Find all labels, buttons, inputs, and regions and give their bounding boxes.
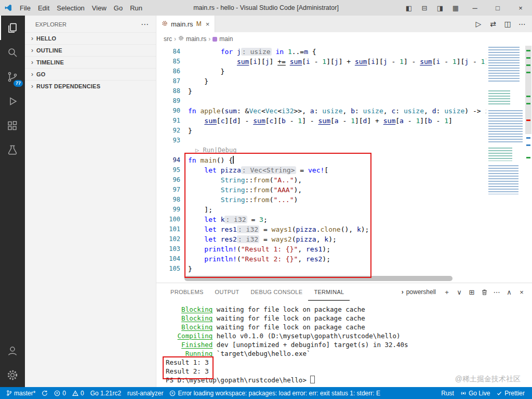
panel-tab-terminal[interactable]: TERMINAL bbox=[308, 283, 350, 301]
sidebar-more-actions-icon[interactable]: ⋯ bbox=[141, 22, 149, 27]
split-terminal-button[interactable]: ⊞ bbox=[466, 286, 478, 298]
status-git-branch[interactable]: master* bbox=[3, 387, 38, 399]
code-line-105[interactable]: 105} bbox=[156, 264, 532, 274]
terminal[interactable]: Blocking waiting for file lock on packag… bbox=[156, 301, 532, 387]
breadcrumb-item-main[interactable]: main bbox=[212, 35, 233, 43]
menu-selection[interactable]: Selection bbox=[53, 3, 88, 14]
sidebar-section-rust-dependencies[interactable]: ›RUST DEPENDENCIES bbox=[25, 80, 156, 92]
terminal-token: waiting for file lock on package cache bbox=[212, 305, 365, 313]
status-rust-analyzer[interactable]: rust-analyzer bbox=[124, 387, 166, 399]
code-line-98[interactable]: 98 String::from("...") bbox=[156, 195, 532, 205]
toggle-secondary-sidebar-icon[interactable]: ◨ bbox=[432, 0, 448, 16]
status-language-mode[interactable]: Rust bbox=[438, 387, 457, 399]
minimize-button[interactable]: ─ bbox=[463, 0, 486, 16]
code-line-100[interactable]: 100 let k: i32 = 3; bbox=[156, 215, 532, 224]
sidebar-section-go[interactable]: ›GO bbox=[25, 68, 156, 80]
code-line-90[interactable]: 90fn apple(sum: &Vec<Vec<i32>>, a: usize… bbox=[156, 106, 532, 116]
menu-edit[interactable]: Edit bbox=[34, 3, 53, 14]
code-line-84[interactable]: 84 for j: usize in 1..=m { bbox=[156, 47, 532, 57]
split-editor-icon[interactable]: ◫ bbox=[501, 17, 514, 31]
activity-bar-item-accounts[interactable] bbox=[0, 338, 25, 363]
toggle-primary-sidebar-icon[interactable]: ◧ bbox=[401, 0, 417, 16]
vertical-scrollbar[interactable] bbox=[525, 46, 532, 283]
code-line-99[interactable]: 99 ]; bbox=[156, 205, 532, 215]
code-line-93[interactable]: 93 bbox=[156, 136, 532, 145]
status-go-live[interactable]: Go Live bbox=[457, 387, 493, 399]
horizontal-scrollbar[interactable] bbox=[184, 276, 453, 281]
activity-bar-item-extensions[interactable] bbox=[0, 113, 25, 138]
activity-bar-item-source-control[interactable]: 77 bbox=[0, 64, 25, 89]
code-line-96[interactable]: 96 String::from("A.."), bbox=[156, 175, 532, 185]
status-workspace-error[interactable]: Error loading workspace: packages: load … bbox=[166, 387, 383, 399]
code-text: sum[c][d] - sum[c][b - 1] - sum[a - 1][d… bbox=[188, 116, 453, 126]
status-prettier[interactable]: Prettier bbox=[493, 387, 528, 399]
code-line-85[interactable]: 85 sum[i][j] += sum[i - 1][j] + sum[i][j… bbox=[156, 57, 532, 66]
status-workspace-error-label: Error loading workspace: packages: load … bbox=[178, 390, 380, 397]
run-icon[interactable]: ▷ bbox=[472, 17, 485, 31]
code-line-89[interactable]: 89 bbox=[156, 96, 532, 106]
status-warnings[interactable]: 0 bbox=[69, 387, 87, 399]
code-line-91[interactable]: 91 sum[c][d] - sum[c][b - 1] - sum[a - 1… bbox=[156, 116, 532, 126]
code-text: } bbox=[188, 86, 192, 96]
close-panel-button[interactable]: × bbox=[515, 286, 528, 298]
open-changes-icon[interactable]: ⇄ bbox=[486, 17, 500, 31]
code-line-97[interactable]: 97 String::from("AAA"), bbox=[156, 185, 532, 195]
maximize-button[interactable]: □ bbox=[486, 0, 509, 16]
menu-run[interactable]: Run bbox=[126, 3, 146, 14]
code-token: res2 bbox=[306, 255, 322, 263]
tab-close-icon[interactable]: × bbox=[206, 20, 210, 28]
codelens-row[interactable]: ▷ Run|Debug bbox=[156, 145, 532, 155]
activity-bar-item-testing[interactable] bbox=[0, 138, 25, 162]
more-actions-button[interactable]: ⋯ bbox=[490, 286, 503, 298]
code-line-101[interactable]: 101 let res1: i32 = ways1(pizza.clone(),… bbox=[156, 224, 532, 234]
code-line-94[interactable]: 94fn main() { bbox=[156, 155, 532, 165]
breadcrumb-item-main-rs[interactable]: main.rs bbox=[178, 35, 206, 43]
codelens-run-debug[interactable]: ▷ Run|Debug bbox=[188, 145, 236, 155]
tab-main-rs[interactable]: main.rs M × bbox=[156, 16, 215, 32]
code-line-104[interactable]: 104 println!("Result 2: {}", res2); bbox=[156, 254, 532, 264]
status-go-version[interactable]: Go 1.21rc2 bbox=[87, 387, 124, 399]
code-token: :: bbox=[245, 196, 254, 204]
activity-bar-item-explorer[interactable] bbox=[0, 16, 25, 40]
code-line-102[interactable]: 102 let res2: i32 = ways2(pizza, k); bbox=[156, 234, 532, 244]
more-actions-icon[interactable]: ⋯ bbox=[515, 17, 529, 31]
menu-view[interactable]: View bbox=[88, 3, 110, 14]
breadcrumb-item-src[interactable]: src bbox=[164, 35, 172, 43]
code-line-95[interactable]: 95 let pizza: Vec<String> = vec![ bbox=[156, 165, 532, 175]
sidebar-section-hello[interactable]: ›HELLO bbox=[25, 32, 156, 44]
terminal-shell-select[interactable]: › powershell bbox=[397, 288, 440, 296]
new-terminal-button[interactable]: + bbox=[441, 286, 453, 298]
status-sync[interactable] bbox=[38, 387, 51, 399]
minimap[interactable] bbox=[486, 47, 525, 208]
sidebar-section-outline[interactable]: ›OUTLINE bbox=[25, 44, 156, 56]
sidebar-section-timeline[interactable]: ›TIMELINE bbox=[25, 56, 156, 68]
code-token: 1 bbox=[322, 58, 326, 65]
customize-layout-icon[interactable]: ▦ bbox=[448, 0, 463, 16]
close-button[interactable]: × bbox=[509, 0, 532, 16]
code-line-88[interactable]: 88} bbox=[156, 86, 532, 96]
maximize-panel-button[interactable]: ∧ bbox=[503, 286, 515, 298]
code-line-92[interactable]: 92} bbox=[156, 126, 532, 136]
status-warnings-label: 0 bbox=[81, 390, 84, 397]
status-errors[interactable]: 0 bbox=[51, 387, 69, 399]
toggle-panel-icon[interactable]: ⊟ bbox=[417, 0, 432, 16]
code-line-86[interactable]: 86 } bbox=[156, 66, 532, 76]
activity-bar-item-search[interactable] bbox=[0, 40, 25, 64]
kill-terminal-button[interactable] bbox=[478, 286, 490, 298]
panel-tab-debug-console[interactable]: DEBUG CONSOLE bbox=[245, 283, 309, 301]
code-token bbox=[233, 48, 237, 56]
code-token: ][ bbox=[326, 58, 335, 65]
launch-profile-chevron-button[interactable]: ∨ bbox=[453, 286, 466, 298]
panel-tab-problems[interactable]: PROBLEMS bbox=[165, 283, 209, 301]
watermark: @稀土掘金技术社区 bbox=[455, 375, 521, 384]
code-line-87[interactable]: 87 } bbox=[156, 76, 532, 86]
code-line-103[interactable]: 103 println!("Result 1: {}", res1); bbox=[156, 244, 532, 254]
menu-go[interactable]: Go bbox=[110, 3, 126, 14]
sidebar-section-label: TIMELINE bbox=[36, 59, 64, 65]
code-editor[interactable]: 84 for j: usize in 1..=m {85 sum[i][j] +… bbox=[156, 46, 532, 283]
menu-file[interactable]: File bbox=[16, 3, 34, 14]
panel-tab-output[interactable]: OUTPUT bbox=[209, 283, 245, 301]
line-number: 92 bbox=[156, 126, 188, 136]
activity-bar-item-settings[interactable] bbox=[0, 363, 25, 387]
activity-bar-item-run-debug[interactable] bbox=[0, 89, 25, 113]
